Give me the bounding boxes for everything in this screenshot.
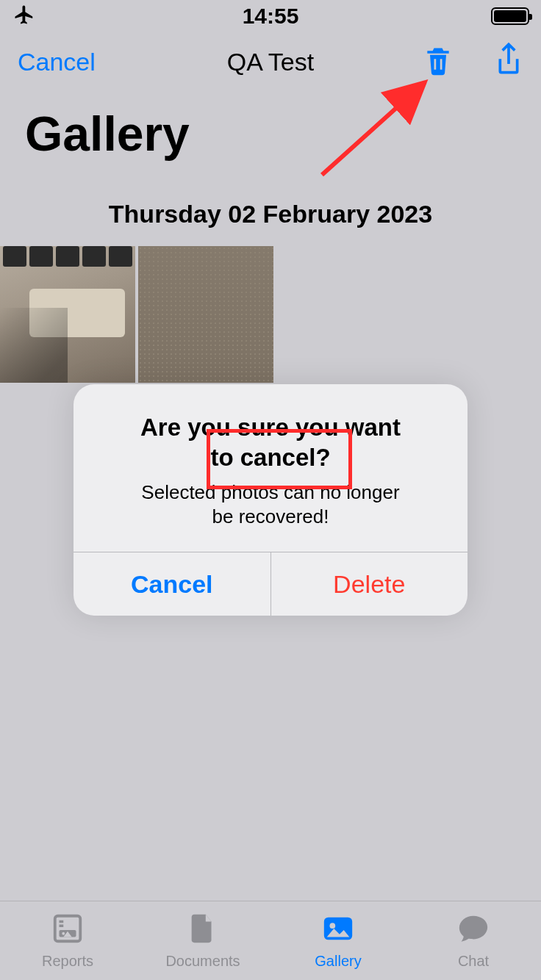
tab-label: Gallery xyxy=(315,953,361,970)
status-time: 14:55 xyxy=(243,4,299,29)
status-left xyxy=(12,4,37,29)
tab-bar: Reports Documents Gallery Chat xyxy=(0,901,541,980)
svg-rect-1 xyxy=(55,916,81,942)
battery-icon xyxy=(491,7,529,25)
status-bar: 14:55 xyxy=(0,0,541,32)
nav-bar: Cancel QA Test xyxy=(0,32,541,91)
alert-message-line: be recovered! xyxy=(212,505,329,527)
nav-cancel-button[interactable]: Cancel xyxy=(18,48,96,76)
alert-delete-button[interactable]: Delete xyxy=(270,552,468,616)
tab-label: Reports xyxy=(42,953,93,970)
confirmation-alert: Are you sure you want to cancel? Selecte… xyxy=(74,384,467,616)
annotation-highlight-box xyxy=(207,429,352,489)
documents-icon xyxy=(182,912,223,948)
nav-title: QA Test xyxy=(227,48,314,76)
svg-point-5 xyxy=(330,923,336,929)
page-title: Gallery xyxy=(0,91,541,169)
reports-icon xyxy=(47,912,88,948)
photo-thumbnail[interactable] xyxy=(0,246,135,383)
tab-label: Documents xyxy=(165,953,240,970)
gallery-icon xyxy=(318,912,359,948)
section-date: Thursday 02 February 2023 xyxy=(0,169,541,246)
photo-thumbnail[interactable] xyxy=(138,246,273,383)
tab-documents[interactable]: Documents xyxy=(135,901,270,980)
share-icon[interactable] xyxy=(494,42,523,82)
thumbnail-row xyxy=(0,246,541,383)
svg-point-3 xyxy=(62,932,65,935)
tab-reports[interactable]: Reports xyxy=(0,901,135,980)
tab-gallery[interactable]: Gallery xyxy=(270,901,406,980)
tab-chat[interactable]: Chat xyxy=(406,901,541,980)
status-right xyxy=(491,7,529,25)
airplane-mode-icon xyxy=(12,4,37,29)
tab-label: Chat xyxy=(458,953,489,970)
alert-cancel-button[interactable]: Cancel xyxy=(74,552,270,616)
chat-icon xyxy=(453,912,494,948)
trash-icon[interactable] xyxy=(422,43,454,81)
